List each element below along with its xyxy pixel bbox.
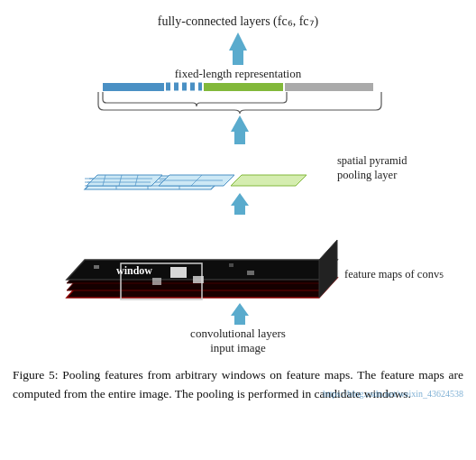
fixed-length-label: fixed-length representation xyxy=(175,67,302,80)
svg-marker-8 xyxy=(87,175,162,186)
grid-1x1 xyxy=(231,175,307,186)
arrow-up-pyramid xyxy=(231,115,249,144)
feature-maps-label: feature maps of conv₅ xyxy=(344,268,444,281)
fc-label: fully-connected layers (fc₆, fc₇) xyxy=(158,14,319,29)
feature-spot-3 xyxy=(229,263,233,267)
watermark: https://blog.csdn.net/weixin_43624538 xyxy=(323,389,463,399)
feature-spot-2 xyxy=(247,271,254,275)
feature-bright-1 xyxy=(170,267,187,278)
arrow-up-feature xyxy=(231,193,249,215)
input-label: input image xyxy=(210,341,266,354)
grid-4x4 xyxy=(87,175,162,186)
spatial-label-2: pooling layer xyxy=(337,169,398,181)
feature-maps-stack xyxy=(67,240,337,299)
strip-green xyxy=(204,83,283,91)
grid-2x2 xyxy=(159,175,234,186)
spatial-label-1: spatial pyramid xyxy=(337,154,407,167)
diagram-container: fully-connected layers (fc₆, fc₇) fixed-… xyxy=(0,0,476,361)
feature-spot-1 xyxy=(94,265,99,269)
feature-bright-2 xyxy=(193,276,204,283)
arrow-up-conv xyxy=(231,303,249,325)
brace-top xyxy=(103,92,287,106)
main-diagram: fully-connected layers (fc₆, fc₇) fixed-… xyxy=(13,9,463,361)
arrow-up-fc xyxy=(229,32,247,65)
conv-label: convolutional layers xyxy=(190,327,286,340)
svg-marker-17 xyxy=(231,175,307,186)
window-label: window xyxy=(116,264,152,277)
strip-blue xyxy=(103,83,164,91)
strip-gray xyxy=(285,83,373,91)
svg-marker-22 xyxy=(319,240,337,298)
feature-bright-3 xyxy=(152,278,161,285)
